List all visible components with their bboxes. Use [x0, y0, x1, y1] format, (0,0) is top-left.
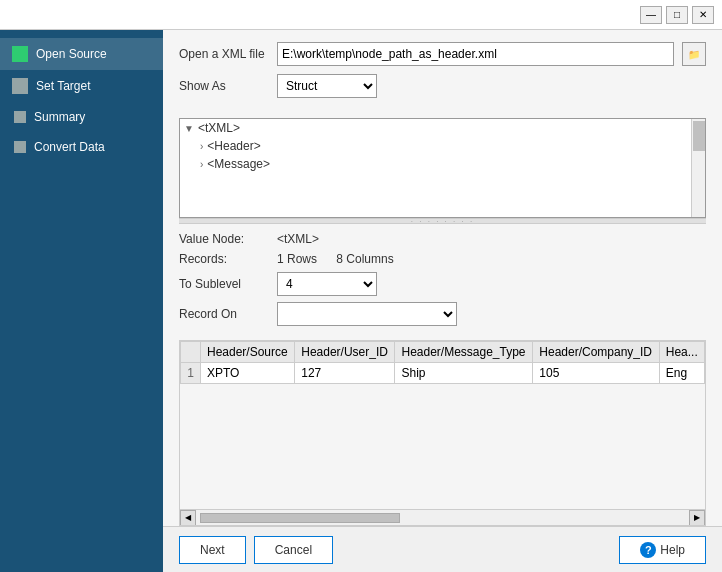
table-row: 1 XPTO 127 Ship 105 Eng: [181, 363, 705, 384]
sidebar-item-summary[interactable]: Summary: [0, 102, 163, 132]
tree-node-header[interactable]: › <Header>: [180, 137, 705, 155]
tree-text-header: <Header>: [207, 139, 260, 153]
sublevel-select[interactable]: 1 2 3 4 5: [277, 272, 377, 296]
xml-file-input[interactable]: [277, 42, 674, 66]
data-table-container: Header/Source Header/User_ID Header/Mess…: [179, 340, 706, 526]
cell-msgtype-1: Ship: [395, 363, 533, 384]
records-row: Records: 1 Rows 8 Columns: [179, 252, 706, 266]
cell-userid-1: 127: [295, 363, 395, 384]
table-header-row: Header/Source Header/User_ID Header/Mess…: [181, 342, 705, 363]
tree-arrow-txml: ▼: [184, 123, 194, 134]
sublevel-row: To Sublevel 1 2 3 4 5: [179, 272, 706, 296]
record-on-row: Record On: [179, 302, 706, 326]
hscroll-track: [196, 511, 689, 525]
sidebar-item-open-source[interactable]: Open Source: [0, 38, 163, 70]
tree-arrow-message: ›: [200, 159, 203, 170]
tree-arrow-header: ›: [200, 141, 203, 152]
sidebar-label-convert-data: Convert Data: [34, 140, 105, 154]
sidebar-label-open-source: Open Source: [36, 47, 107, 61]
cell-rownum-1: 1: [181, 363, 201, 384]
hscroll-thumb[interactable]: [200, 513, 400, 523]
form-area: Open a XML file 📁 Show As Struct List Fl…: [163, 30, 722, 118]
tree-text-message: <Message>: [207, 157, 270, 171]
open-source-icon: [12, 46, 28, 62]
minimize-button[interactable]: —: [640, 6, 662, 24]
content-area: Open a XML file 📁 Show As Struct List Fl…: [163, 30, 722, 572]
folder-icon: 📁: [688, 49, 700, 60]
table-wrapper[interactable]: Header/Source Header/User_ID Header/Mess…: [180, 341, 705, 509]
records-label: Records:: [179, 252, 269, 266]
xml-file-row: Open a XML file 📁: [179, 42, 706, 66]
show-as-select[interactable]: Struct List Flat: [277, 74, 377, 98]
tree-node-message[interactable]: › <Message>: [180, 155, 705, 173]
help-icon: ?: [640, 542, 656, 558]
tree-scrollbar[interactable]: [691, 119, 705, 217]
col-header-extra: Hea...: [659, 342, 704, 363]
file-browse-button[interactable]: 📁: [682, 42, 706, 66]
title-bar-controls: — □ ✕: [640, 6, 714, 24]
col-header-userid: Header/User_ID: [295, 342, 395, 363]
next-button[interactable]: Next: [179, 536, 246, 564]
cancel-button[interactable]: Cancel: [254, 536, 333, 564]
tree-node-txml[interactable]: ▼ <tXML>: [180, 119, 705, 137]
main-container: Open Source Set Target Summary Convert D…: [0, 30, 722, 572]
close-button[interactable]: ✕: [692, 6, 714, 24]
set-target-icon: [12, 78, 28, 94]
value-node-value: <tXML>: [277, 232, 319, 246]
col-header-msgtype: Header/Message_Type: [395, 342, 533, 363]
help-label: Help: [660, 543, 685, 557]
col-header-companyid: Header/Company_ID: [533, 342, 659, 363]
tree-text-txml: <tXML>: [198, 121, 240, 135]
info-area: Value Node: <tXML> Records: 1 Rows 8 Col…: [163, 224, 722, 340]
hscroll-right-arrow[interactable]: ▶: [689, 510, 705, 526]
table-hscroll[interactable]: ◀ ▶: [180, 509, 705, 525]
record-on-select[interactable]: [277, 302, 457, 326]
rows-value: 1 Rows 8 Columns: [277, 252, 410, 266]
hscroll-left-arrow[interactable]: ◀: [180, 510, 196, 526]
data-table: Header/Source Header/User_ID Header/Mess…: [180, 341, 705, 384]
value-node-row: Value Node: <tXML>: [179, 232, 706, 246]
sidebar-label-summary: Summary: [34, 110, 85, 124]
cell-companyid-1: 105: [533, 363, 659, 384]
tree-scrollbar-thumb: [693, 121, 705, 151]
record-on-label: Record On: [179, 307, 269, 321]
tree-area: ▼ <tXML> › <Header> › <Message>: [179, 118, 706, 218]
show-as-row: Show As Struct List Flat: [179, 74, 706, 98]
maximize-button[interactable]: □: [666, 6, 688, 24]
xml-file-label: Open a XML file: [179, 47, 269, 61]
cell-source-1: XPTO: [201, 363, 295, 384]
col-header-rownum: [181, 342, 201, 363]
sidebar: Open Source Set Target Summary Convert D…: [0, 30, 163, 572]
cell-extra-1: Eng: [659, 363, 704, 384]
value-node-label: Value Node:: [179, 232, 269, 246]
sidebar-item-set-target[interactable]: Set Target: [0, 70, 163, 102]
help-button[interactable]: ? Help: [619, 536, 706, 564]
bottom-bar: Next Cancel ? Help: [163, 526, 722, 572]
title-bar: — □ ✕: [0, 0, 722, 30]
sidebar-item-convert-data[interactable]: Convert Data: [0, 132, 163, 162]
sidebar-label-set-target: Set Target: [36, 79, 90, 93]
convert-data-icon: [14, 141, 26, 153]
sublevel-label: To Sublevel: [179, 277, 269, 291]
show-as-label: Show As: [179, 79, 269, 93]
summary-icon: [14, 111, 26, 123]
col-header-source: Header/Source: [201, 342, 295, 363]
